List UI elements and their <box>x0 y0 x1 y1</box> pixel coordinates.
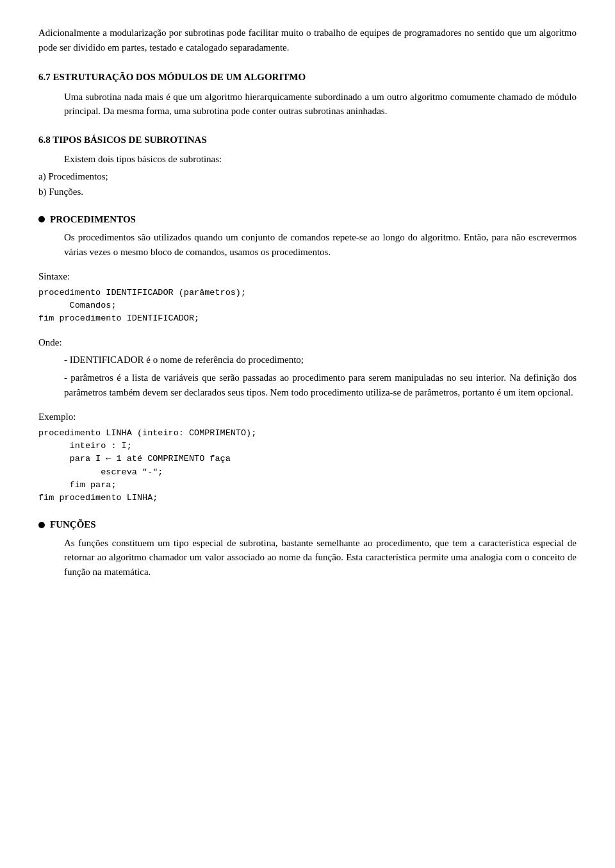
funcoes-bullet-icon <box>38 522 45 528</box>
procedimentos-section: PROCEDIMENTOS Os procedimentos são utili… <box>38 212 577 505</box>
funcoes-section: FUNÇÕES As funções constituem um tipo es… <box>38 517 577 579</box>
intro-paragraph: Adicionalmente a modularização por subro… <box>38 26 577 54</box>
funcoes-body: As funções constituem um tipo especial d… <box>38 536 577 580</box>
procedimentos-title: PROCEDIMENTOS <box>38 212 577 227</box>
sintaxe-code: procedimento IDENTIFICADOR (parâmetros);… <box>38 287 577 326</box>
section-68-title: 6.8 TIPOS BÁSICOS DE SUBROTINAS <box>38 133 577 147</box>
exemplo-code: procedimento LINHA (inteiro: COMPRIMENTO… <box>38 427 577 505</box>
onde-item-2: - parâmetros é a lista de variáveis que … <box>38 371 577 399</box>
section-67-title: 6.7 ESTRUTURAÇÃO DOS MÓDULOS DE UM ALGOR… <box>38 70 577 85</box>
list-item-procedimentos: a) Procedimentos; <box>38 169 577 184</box>
page-content: Adicionalmente a modularização por subro… <box>38 26 577 579</box>
procedimentos-body1: Os procedimentos são utilizados quando u… <box>38 230 577 259</box>
section-67-body: Uma subrotina nada mais é que um algorit… <box>38 90 577 119</box>
list-item-funcoes: b) Funções. <box>38 185 577 199</box>
onde-item-1: - IDENTIFICADOR é o nome de referência d… <box>38 353 577 367</box>
sintaxe-label: Sintaxe: <box>38 269 577 284</box>
bullet-icon <box>38 216 45 222</box>
onde-label: Onde: <box>38 335 577 350</box>
section-68-intro: Existem dois tipos básicos de subrotinas… <box>38 152 577 167</box>
funcoes-title: FUNÇÕES <box>38 517 577 532</box>
exemplo-label: Exemplo: <box>38 410 577 424</box>
